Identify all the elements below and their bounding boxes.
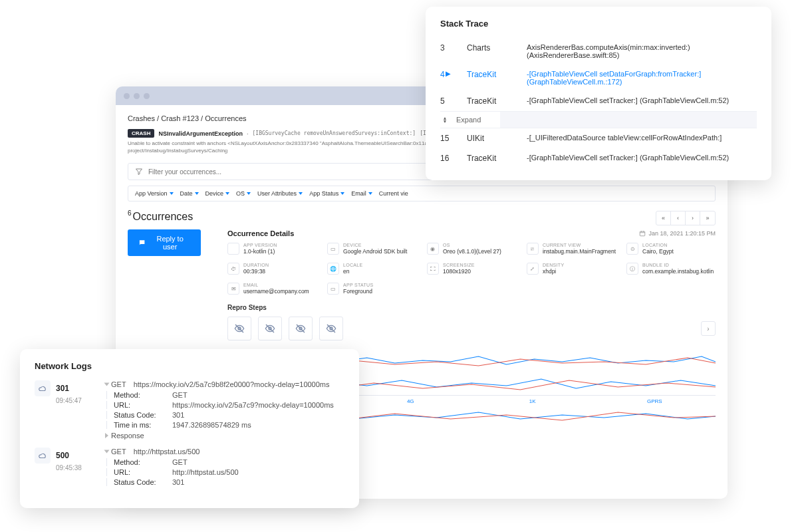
meta-icon: ⛶	[427, 263, 439, 275]
meta-icon: ◉	[427, 243, 439, 255]
meta-item: ⏱DURATION00:39:38	[227, 263, 317, 275]
meta-value: Oreo (v8.1.0)(Level 27)	[443, 248, 501, 255]
pill-app-status[interactable]: App Status	[309, 190, 344, 197]
network-log-entry: 500 09:45:38 GET http://httpstat.us/500 …	[35, 448, 344, 488]
network-log-detail: Status Code:301	[106, 478, 344, 486]
pill-user-attributes[interactable]: User Attributes	[257, 190, 303, 197]
repro-step-thumb[interactable]	[258, 317, 282, 340]
cloud-icon	[35, 448, 51, 464]
meta-icon: ⏱	[227, 263, 239, 275]
minimize-icon[interactable]	[134, 93, 140, 99]
meta-icon: ▭	[327, 243, 339, 255]
meta-icon: ✉	[227, 283, 239, 295]
network-log-detail: Status Code:301	[106, 411, 344, 419]
pill-device[interactable]: Device	[205, 190, 230, 197]
expand-icon: ▲▼	[440, 116, 450, 123]
repro-step-thumb[interactable]	[289, 317, 313, 340]
net-label-1k: 1K	[471, 395, 594, 404]
reply-to-user-button[interactable]: Reply to user	[128, 229, 201, 256]
meta-icon	[227, 243, 239, 255]
meta-label: LOCALE	[343, 263, 362, 267]
close-icon[interactable]	[124, 93, 130, 99]
occurrence-details-heading: Occurrence Details	[227, 229, 294, 237]
active-frame-arrow-icon: ▶	[446, 70, 451, 77]
repro-steps-heading: Repro Steps	[227, 304, 716, 311]
paginator: « ‹ › »	[656, 211, 716, 225]
eye-off-icon	[234, 323, 245, 334]
metadata-grid: APP VERSION1.0-kotlin (1)▭DEVICEGoogle A…	[227, 243, 716, 295]
meta-value: 00:39:38	[243, 268, 269, 275]
chevron-down-icon	[225, 192, 229, 195]
page-prev-button[interactable]: ‹	[671, 211, 686, 225]
eye-off-icon	[326, 323, 336, 334]
stack-frame-active[interactable]: ▶ 4 TraceKit -[GraphTableViewCell setDat…	[440, 65, 757, 91]
pill-current-view[interactable]: Current vie	[379, 190, 408, 197]
meta-icon: ⊙	[626, 243, 638, 255]
stack-frame[interactable]: 3 Charts AxisRendererBas.computeAxis(min…	[440, 38, 757, 65]
meta-label: APP STATUS	[343, 283, 373, 287]
meta-icon: ⤢	[527, 263, 539, 275]
chevron-right-icon	[105, 433, 108, 438]
detail-value: GET	[172, 458, 344, 466]
meta-item: ✉EMAILusername@company.com	[227, 283, 317, 295]
filter-pill-row: App Version Date Device OS User Attribut…	[128, 186, 716, 201]
maximize-icon[interactable]	[144, 93, 150, 99]
meta-item: ⊙LOCATIONCairo, Egypt	[626, 243, 716, 255]
meta-item: ⤢DENSITYxhdpi	[527, 263, 616, 275]
meta-label: DEVICE	[343, 243, 407, 247]
repro-next-button[interactable]: ›	[701, 321, 716, 336]
detail-key: Status Code:	[114, 478, 172, 486]
stack-frame[interactable]: 16 TraceKit -[GraphTableViewCell setTrac…	[440, 148, 757, 168]
chevron-down-icon	[340, 192, 344, 195]
detail-key: Method:	[114, 458, 172, 466]
occurrences-count: 6	[128, 209, 132, 223]
detail-key: Method:	[114, 391, 172, 399]
breadcrumb-crashes[interactable]: Crashes	[128, 114, 155, 122]
net-label-4g: 4G	[350, 395, 472, 404]
repro-step-thumb[interactable]	[319, 317, 343, 340]
request-line[interactable]: GET https://mocky.io/v2/5a7c9b8f2e0000?m…	[105, 380, 344, 388]
chevron-down-icon	[104, 383, 110, 386]
meta-item: 🌐LOCALEen	[327, 263, 416, 275]
repro-step-thumb[interactable]	[227, 317, 251, 340]
meta-icon: ▭	[327, 283, 339, 295]
response-toggle[interactable]: Response	[105, 432, 344, 440]
chevron-down-icon	[247, 192, 251, 195]
breadcrumb-occurrences[interactable]: Occurrences	[205, 114, 246, 122]
status-code: 301	[56, 384, 69, 393]
meta-label: DURATION	[243, 263, 269, 267]
pill-date[interactable]: Date	[180, 190, 199, 197]
meta-value: en	[343, 268, 362, 275]
chat-icon	[138, 239, 146, 247]
meta-value: Foreground	[343, 288, 373, 295]
pill-app-version[interactable]: App Version	[135, 190, 174, 197]
network-log-detail: Method:GET	[106, 458, 344, 466]
meta-value: 1080x1920	[443, 268, 475, 275]
page-last-button[interactable]: »	[700, 211, 715, 225]
cloud-icon	[35, 380, 51, 396]
meta-value: Cairo, Egypt	[642, 248, 674, 255]
stack-frame[interactable]: 15 UIKit -[_UIFilteredDataSource tableVi…	[440, 128, 757, 148]
pill-email[interactable]: Email	[351, 190, 372, 197]
detail-value: 301	[172, 411, 344, 419]
meta-value: instabug.main.MainFragment	[543, 248, 616, 255]
calendar-icon	[639, 230, 646, 237]
meta-value: com.example.instabug.kotlin	[642, 268, 714, 275]
meta-item: ⎚CURRENT VIEWinstabug.main.MainFragment	[527, 243, 616, 255]
crash-exception: NSInvalidArgumentException	[158, 130, 243, 137]
meta-value: username@company.com	[243, 288, 309, 295]
meta-icon: ⓘ	[626, 263, 638, 275]
occurrences-title: 6 Occurrences	[128, 211, 180, 223]
detail-key: URL:	[114, 468, 172, 476]
pill-os[interactable]: OS	[236, 190, 251, 197]
stack-frame[interactable]: 5 TraceKit -[GraphTableViewCell setTrack…	[440, 91, 757, 111]
detail-value: 1947.326898574829 ms	[172, 421, 344, 429]
crash-code-1: [IBGSurveyCache removeUnAnsweredSurveys:…	[253, 130, 416, 136]
detail-value: GET	[172, 391, 344, 399]
stack-expand-button[interactable]: ▲▼ Expand	[440, 111, 757, 128]
breadcrumb-crash-id[interactable]: Crash #123	[161, 114, 199, 122]
log-time: 09:45:38	[56, 464, 94, 471]
page-next-button[interactable]: ›	[686, 211, 700, 225]
request-line[interactable]: GET http://httpstat.us/500	[105, 448, 344, 456]
page-first-button[interactable]: «	[656, 211, 671, 225]
